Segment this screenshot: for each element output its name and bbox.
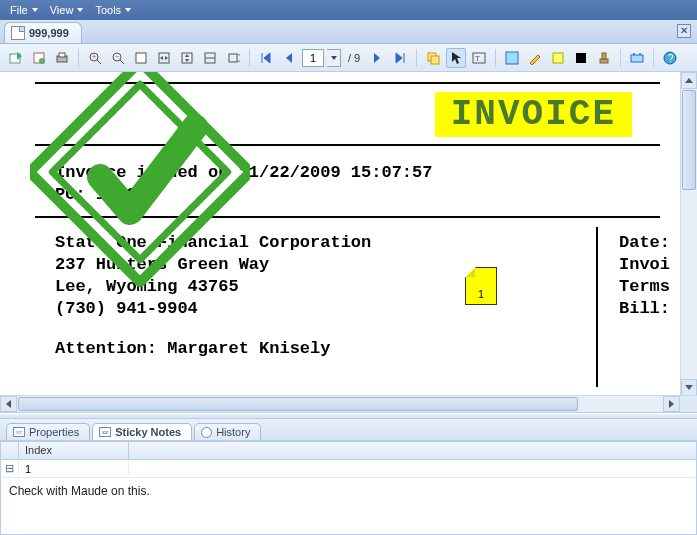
svg-text:−: − bbox=[115, 53, 119, 60]
document-tabbar: 999,999 ✕ bbox=[0, 20, 697, 44]
menubar: File View Tools bbox=[0, 0, 697, 20]
document-page[interactable]: INVOICE Invoice issued on 11/22/2009 15:… bbox=[15, 72, 680, 395]
company-city: Lee, Wyoming 43765 bbox=[55, 276, 371, 298]
svg-rect-18 bbox=[431, 56, 439, 64]
text-select-tool[interactable]: T bbox=[469, 48, 489, 68]
vertical-rule bbox=[596, 227, 598, 387]
grid-header-index[interactable]: Index bbox=[19, 442, 129, 459]
svg-rect-16 bbox=[229, 54, 237, 62]
next-page-button[interactable] bbox=[367, 48, 387, 68]
scroll-thumb[interactable] bbox=[682, 90, 696, 190]
company-street: 237 Hunters Green Way bbox=[55, 254, 371, 276]
toolbar: + − / 9 T ? bbox=[0, 44, 697, 72]
actual-size-button[interactable] bbox=[200, 48, 220, 68]
svg-point-2 bbox=[39, 58, 45, 64]
vertical-scrollbar[interactable] bbox=[680, 72, 697, 396]
company-phone: (730) 941-9904 bbox=[55, 298, 371, 320]
document-tab-label: 999,999 bbox=[29, 27, 69, 39]
page-total-label: / 9 bbox=[348, 52, 360, 64]
pointer-tool[interactable] bbox=[446, 48, 466, 68]
menu-tools[interactable]: Tools bbox=[89, 2, 137, 18]
page-number-input[interactable] bbox=[302, 49, 324, 67]
close-button[interactable]: ✕ bbox=[677, 24, 691, 38]
horizontal-rule bbox=[35, 144, 660, 146]
tab-history[interactable]: History bbox=[194, 423, 261, 440]
scroll-up-button[interactable] bbox=[681, 72, 697, 89]
rotate-button[interactable] bbox=[223, 48, 243, 68]
zoom-out-button[interactable]: − bbox=[108, 48, 128, 68]
tab-sticky-notes[interactable]: xz Sticky Notes bbox=[92, 423, 192, 440]
print-button[interactable] bbox=[52, 48, 72, 68]
scroll-left-button[interactable] bbox=[0, 396, 17, 412]
chevron-down-icon bbox=[125, 8, 131, 12]
redact-tool[interactable] bbox=[571, 48, 591, 68]
zoom-in-button[interactable]: + bbox=[85, 48, 105, 68]
document-icon bbox=[11, 26, 25, 40]
grid-header: Index bbox=[1, 442, 696, 460]
fit-width-button[interactable] bbox=[154, 48, 174, 68]
export-button[interactable] bbox=[6, 48, 26, 68]
fit-page-button[interactable] bbox=[131, 48, 151, 68]
sticky-note-text: Check with Maude on this. bbox=[1, 478, 696, 504]
row-expand-toggle[interactable]: ⊟ bbox=[1, 462, 19, 475]
company-address-block: State One Financial Corporation 237 Hunt… bbox=[55, 232, 371, 360]
page-dropdown[interactable] bbox=[327, 49, 341, 67]
invoice-meta: Invoice issued on 11/22/2009 15:07:57 PO… bbox=[55, 162, 432, 206]
stamp-tool[interactable] bbox=[594, 48, 614, 68]
grid-row[interactable]: ⊟ 1 bbox=[1, 460, 696, 478]
svg-line-9 bbox=[120, 60, 124, 64]
svg-rect-25 bbox=[602, 53, 606, 59]
sticky-note-marker[interactable]: 1 bbox=[465, 267, 497, 305]
horizontal-scrollbar[interactable] bbox=[0, 395, 697, 412]
svg-point-27 bbox=[633, 53, 635, 55]
note-tool[interactable] bbox=[548, 48, 568, 68]
po-line: PO: 106895 bbox=[55, 184, 432, 206]
scroll-right-button[interactable] bbox=[663, 396, 680, 412]
svg-point-28 bbox=[639, 53, 641, 55]
attach-button[interactable] bbox=[29, 48, 49, 68]
copy-button[interactable] bbox=[423, 48, 443, 68]
prev-page-button[interactable] bbox=[279, 48, 299, 68]
scroll-down-button[interactable] bbox=[681, 379, 697, 396]
svg-rect-23 bbox=[576, 53, 586, 63]
svg-text:+: + bbox=[92, 53, 96, 60]
chevron-down-icon bbox=[77, 8, 83, 12]
company-name: State One Financial Corporation bbox=[55, 232, 371, 254]
document-tab[interactable]: 999,999 bbox=[4, 22, 82, 43]
attention-line: Attention: Margaret Knisely bbox=[55, 338, 371, 360]
sticky-notes-panel: Index ⊟ 1 Check with Maude on this. bbox=[0, 441, 697, 535]
first-page-button[interactable] bbox=[256, 48, 276, 68]
svg-rect-22 bbox=[553, 53, 563, 63]
scroll-thumb[interactable] bbox=[18, 397, 578, 411]
svg-rect-11 bbox=[136, 53, 146, 63]
settings-button[interactable] bbox=[627, 48, 647, 68]
svg-rect-4 bbox=[59, 53, 65, 57]
tab-properties[interactable]: xz Properties bbox=[6, 423, 90, 440]
help-button[interactable]: ? bbox=[660, 48, 680, 68]
issued-line: Invoice issued on 11/22/2009 15:07:57 bbox=[55, 162, 432, 184]
svg-text:?: ? bbox=[668, 53, 674, 64]
properties-icon: xz bbox=[13, 427, 25, 437]
svg-line-6 bbox=[97, 60, 101, 64]
pencil-tool[interactable] bbox=[525, 48, 545, 68]
chevron-down-icon bbox=[32, 8, 38, 12]
invoice-title-highlight: INVOICE bbox=[435, 92, 632, 137]
grid-header-expand[interactable] bbox=[1, 442, 19, 459]
last-page-button[interactable] bbox=[390, 48, 410, 68]
scroll-corner bbox=[680, 396, 697, 413]
menu-view[interactable]: View bbox=[44, 2, 90, 18]
row-index-cell: 1 bbox=[19, 463, 129, 475]
svg-text:T: T bbox=[475, 54, 480, 63]
fit-height-button[interactable] bbox=[177, 48, 197, 68]
menu-file[interactable]: File bbox=[4, 2, 44, 18]
horizontal-rule bbox=[35, 82, 660, 84]
svg-rect-24 bbox=[600, 59, 608, 63]
history-icon bbox=[201, 427, 212, 438]
highlight-tool[interactable] bbox=[502, 48, 522, 68]
sticky-notes-icon: xz bbox=[99, 427, 111, 437]
horizontal-rule bbox=[35, 216, 660, 218]
svg-rect-21 bbox=[506, 52, 518, 64]
document-viewer: INVOICE Invoice issued on 11/22/2009 15:… bbox=[0, 72, 697, 413]
detail-tabbar: xz Properties xz Sticky Notes History bbox=[0, 419, 697, 441]
svg-rect-26 bbox=[631, 55, 643, 62]
